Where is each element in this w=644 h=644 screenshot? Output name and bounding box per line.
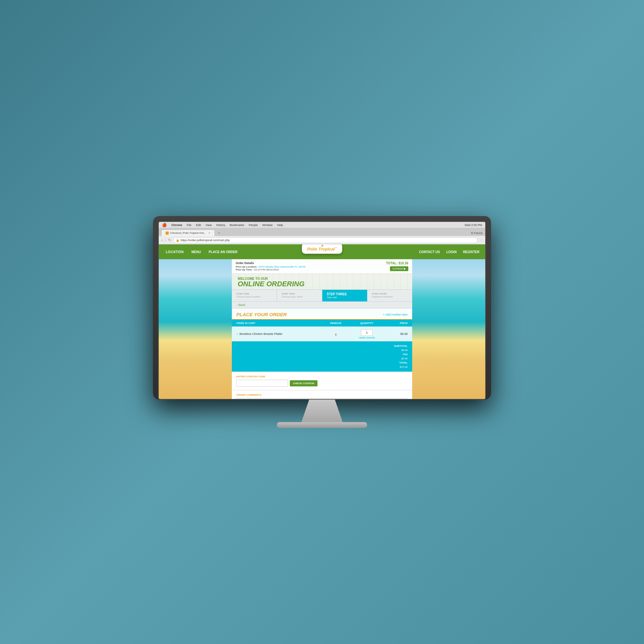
col-items: ITEMS IN CART	[232, 320, 322, 327]
tax-label: TAX	[236, 352, 408, 356]
tab-title: Checkout | Pollo Tropical Onli...	[170, 232, 206, 234]
col-price: PRICE	[384, 320, 412, 327]
order-comments-input[interactable]	[236, 398, 408, 399]
subtotal-label: SUBTOTAL	[236, 344, 408, 348]
active-tab[interactable]: Checkout | Pollo Tropical Onli... ✕	[161, 230, 215, 236]
totals-section: SUBTOTAL $9.68 TAX	[232, 341, 412, 372]
url-display[interactable]: https://order.pollotropical.com/cart.php	[181, 239, 230, 242]
col-remove: REMOVE	[322, 320, 349, 327]
star-icon[interactable]: ☆	[479, 238, 483, 242]
comments-section: ORDER COMMENTS	[232, 390, 412, 399]
nav-login[interactable]: LOGIN	[443, 244, 460, 259]
step-two[interactable]: STEP TWO Choose your meal	[277, 290, 322, 301]
monitor-shell: 🍎 Chrome File Edit View History Bookmark…	[153, 216, 491, 400]
cart-section: PLACE YOUR ORDER + Add Another Item ITEM…	[232, 308, 412, 399]
steps-bar: STEP ONE Choose your location STEP TWO C…	[232, 290, 412, 302]
step-three-number: STEP THREE	[327, 292, 363, 296]
menu-help[interactable]: Help	[277, 223, 283, 227]
mac-menubar: 🍎 Chrome File Edit View History Bookmark…	[159, 222, 485, 228]
website-content: LOCATION MENU PLACE AN ORDER 🌴 Po	[159, 244, 485, 399]
coupon-section: ENTER COUPON CODE CHECK COUPON	[232, 372, 412, 390]
nav-place-order[interactable]: PLACE AN ORDER	[205, 244, 241, 259]
add-item-link[interactable]: + Add Another Item	[383, 313, 408, 316]
cart-title: PLACE YOUR ORDER	[236, 312, 287, 317]
total-value: $10.36	[236, 365, 408, 369]
remove-button[interactable]: x	[335, 333, 337, 336]
step-one-label: Choose your location	[236, 295, 272, 298]
menu-chrome[interactable]: Chrome	[171, 223, 182, 227]
update-quantity-label[interactable]: Update Quantity	[352, 336, 382, 339]
check-coupon-button[interactable]: CHECK COUPON	[290, 380, 317, 386]
favicon	[166, 232, 169, 235]
site-navigation: LOCATION MENU PLACE AN ORDER 🌴 Po	[159, 244, 485, 259]
pickup-time-value: 02:15 PM 08/31/2016	[254, 268, 279, 271]
step-one-number: STEP ONE	[236, 292, 272, 295]
step-four-label: Payment selection	[372, 295, 408, 298]
logo-text: Pollo Tropical™	[307, 247, 337, 251]
item-name: Boneless Chicken Breasts Platter	[240, 332, 283, 336]
tab-close[interactable]: ✕	[208, 232, 211, 234]
menu-history[interactable]: History	[216, 223, 225, 227]
total-label: TOTAL	[236, 361, 408, 365]
menu-edit[interactable]: Edit	[196, 223, 201, 227]
menu-people[interactable]: People	[249, 223, 258, 227]
welcome-section: WELCOME TO OUR ONLINE ORDERING	[232, 274, 412, 290]
comments-label: ORDER COMMENTS	[236, 393, 408, 396]
nav-register[interactable]: REGISTER	[460, 244, 483, 259]
monitor-stand	[296, 400, 348, 422]
pickup-time-label: Pick Up Time :	[236, 268, 253, 271]
system-time: Wed 2:00 PM	[465, 223, 482, 227]
cart-table: ITEMS IN CART REMOVE QUANTITY PRICE	[232, 320, 412, 341]
nav-contact[interactable]: CONTACT US	[416, 244, 443, 259]
site-logo: 🌴 Pollo Tropical™	[302, 244, 342, 254]
order-details-banner: Order Details Pick Up Location : 9370 At…	[232, 259, 412, 274]
item-plus-icon: +	[236, 332, 238, 336]
menu-bookmarks[interactable]: Bookmarks	[230, 223, 244, 227]
step-one[interactable]: STEP ONE Choose your location	[232, 290, 277, 301]
step-four[interactable]: STEP FOUR Payment selection	[367, 290, 412, 301]
welcome-line2: ONLINE ORDERING	[238, 280, 406, 288]
forward-nav-button[interactable]: ›	[165, 238, 166, 242]
nav-location[interactable]: LOCATION	[162, 244, 187, 259]
step-two-label: Choose your meal	[281, 295, 317, 298]
step-three-label: Your cart	[327, 296, 363, 299]
col-quantity: QUANTITY	[349, 320, 384, 327]
expand-button[interactable]: EXPAND ▶	[390, 266, 408, 271]
item-price: $9.68	[384, 327, 412, 341]
cart-item-row: + Boneless Chicken Breasts Platter x	[232, 327, 412, 341]
step-three[interactable]: STEP THREE Your cart	[322, 290, 367, 301]
new-tab-btn[interactable]: +	[215, 230, 223, 236]
order-total-display: TOTAL: $10.36	[386, 261, 408, 265]
coupon-input[interactable]	[236, 380, 288, 387]
address-bar: ‹ › ↻ 🔒 https://order.pollotropical.com/…	[159, 236, 485, 244]
quantity-input[interactable]	[361, 329, 373, 336]
step-four-number: STEP FOUR	[372, 292, 408, 295]
coupon-label: ENTER COUPON CODE	[236, 375, 408, 378]
back-link[interactable]: ‹ Back	[232, 302, 412, 308]
user-name: B Patrick	[471, 232, 483, 236]
back-nav-button[interactable]: ‹	[161, 238, 163, 242]
nav-menu[interactable]: MENU	[187, 244, 204, 259]
subtotal-value: $9.68	[236, 348, 408, 352]
pickup-location-label: Pick Up Location :	[236, 265, 258, 268]
order-details-label: Order Details	[236, 261, 306, 265]
step-two-number: STEP TWO	[281, 292, 317, 295]
pickup-location-value: 9370 Atlantic Blvd Jacksonville FL 32225	[259, 265, 306, 268]
tab-bar: Checkout | Pollo Tropical Onli... ✕ + B …	[159, 228, 485, 236]
monitor-base	[277, 422, 367, 428]
reload-button[interactable]: ↻	[168, 238, 171, 242]
menu-view[interactable]: View	[205, 223, 212, 227]
tax-value: $0.68	[236, 356, 408, 361]
menu-window[interactable]: Window	[262, 223, 272, 227]
ssl-lock-icon: 🔒	[176, 239, 179, 242]
menu-file[interactable]: File	[187, 223, 192, 227]
